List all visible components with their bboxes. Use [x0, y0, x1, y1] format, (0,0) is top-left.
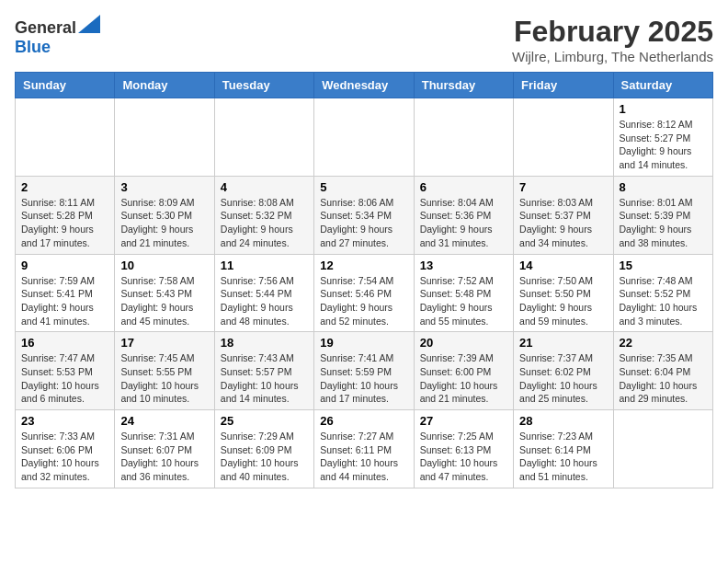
calendar-cell: 19Sunrise: 7:41 AMSunset: 5:59 PMDayligh… — [314, 332, 414, 410]
day-number: 14 — [519, 259, 607, 272]
weekday-header-thursday: Thursday — [414, 73, 513, 98]
day-info: Sunrise: 8:01 AMSunset: 5:39 PMDaylight:… — [620, 196, 707, 250]
day-info: Sunrise: 7:25 AMSunset: 6:13 PMDaylight:… — [420, 430, 507, 484]
day-info: Sunrise: 7:50 AMSunset: 5:50 PMDaylight:… — [519, 274, 607, 328]
day-number: 13 — [420, 259, 507, 272]
day-number: 8 — [620, 180, 707, 194]
weekday-header-friday: Friday — [514, 73, 613, 98]
calendar-cell: 18Sunrise: 7:43 AMSunset: 5:57 PMDayligh… — [214, 332, 313, 410]
day-info: Sunrise: 7:52 AMSunset: 5:48 PMDaylight:… — [420, 274, 507, 328]
day-info: Sunrise: 7:37 AMSunset: 6:02 PMDaylight:… — [519, 351, 607, 406]
weekday-header-tuesday: Tuesday — [214, 73, 313, 98]
day-info: Sunrise: 7:48 AMSunset: 5:52 PMDaylight:… — [620, 274, 707, 328]
calendar-cell: 14Sunrise: 7:50 AMSunset: 5:50 PMDayligh… — [514, 254, 613, 332]
calendar-cell: 17Sunrise: 7:45 AMSunset: 5:55 PMDayligh… — [115, 332, 214, 410]
day-info: Sunrise: 7:31 AMSunset: 6:07 PMDaylight:… — [120, 430, 208, 484]
day-number: 10 — [120, 259, 208, 272]
day-info: Sunrise: 7:23 AMSunset: 6:14 PMDaylight:… — [519, 430, 607, 484]
day-number: 7 — [519, 180, 607, 194]
day-number: 9 — [21, 259, 108, 272]
day-info: Sunrise: 7:33 AMSunset: 6:06 PMDaylight:… — [21, 430, 108, 484]
calendar-cell: 15Sunrise: 7:48 AMSunset: 5:52 PMDayligh… — [613, 254, 712, 332]
week-row-1: 2Sunrise: 8:11 AMSunset: 5:28 PMDaylight… — [16, 176, 713, 254]
day-number: 1 — [620, 102, 707, 116]
day-info: Sunrise: 8:09 AMSunset: 5:30 PMDaylight:… — [120, 196, 208, 250]
calendar-cell: 20Sunrise: 7:39 AMSunset: 6:00 PMDayligh… — [414, 332, 513, 410]
day-info: Sunrise: 7:54 AMSunset: 5:46 PMDaylight:… — [320, 274, 407, 328]
logo: General Blue — [15, 15, 100, 57]
day-info: Sunrise: 7:45 AMSunset: 5:55 PMDaylight:… — [120, 351, 208, 406]
day-info: Sunrise: 7:29 AMSunset: 6:09 PMDaylight:… — [221, 430, 308, 484]
weekday-header-wednesday: Wednesday — [314, 73, 414, 98]
day-number: 27 — [420, 414, 507, 428]
day-info: Sunrise: 7:39 AMSunset: 6:00 PMDaylight:… — [420, 351, 507, 406]
calendar: SundayMondayTuesdayWednesdayThursdayFrid… — [15, 72, 713, 488]
calendar-cell: 24Sunrise: 7:31 AMSunset: 6:07 PMDayligh… — [115, 410, 214, 488]
day-number: 15 — [620, 259, 707, 272]
calendar-cell: 6Sunrise: 8:04 AMSunset: 5:36 PMDaylight… — [414, 176, 513, 254]
day-info: Sunrise: 7:43 AMSunset: 5:57 PMDaylight:… — [221, 351, 308, 406]
weekday-header-row: SundayMondayTuesdayWednesdayThursdayFrid… — [16, 73, 713, 98]
day-number: 26 — [320, 414, 407, 428]
week-row-3: 16Sunrise: 7:47 AMSunset: 5:53 PMDayligh… — [16, 332, 713, 410]
calendar-cell: 25Sunrise: 7:29 AMSunset: 6:09 PMDayligh… — [214, 410, 313, 488]
calendar-cell: 16Sunrise: 7:47 AMSunset: 5:53 PMDayligh… — [16, 332, 115, 410]
calendar-cell: 28Sunrise: 7:23 AMSunset: 6:14 PMDayligh… — [514, 410, 613, 488]
day-number: 11 — [221, 259, 308, 272]
calendar-cell — [314, 98, 414, 177]
calendar-cell: 3Sunrise: 8:09 AMSunset: 5:30 PMDaylight… — [115, 176, 214, 254]
calendar-cell: 9Sunrise: 7:59 AMSunset: 5:41 PMDaylight… — [16, 254, 115, 332]
weekday-header-saturday: Saturday — [613, 73, 712, 98]
day-number: 16 — [21, 336, 108, 350]
week-row-2: 9Sunrise: 7:59 AMSunset: 5:41 PMDaylight… — [16, 254, 713, 332]
day-number: 19 — [320, 336, 407, 350]
calendar-cell: 11Sunrise: 7:56 AMSunset: 5:44 PMDayligh… — [214, 254, 313, 332]
calendar-cell: 10Sunrise: 7:58 AMSunset: 5:43 PMDayligh… — [115, 254, 214, 332]
calendar-cell: 21Sunrise: 7:37 AMSunset: 6:02 PMDayligh… — [514, 332, 613, 410]
day-info: Sunrise: 8:12 AMSunset: 5:27 PMDaylight:… — [620, 118, 707, 172]
logo-blue-text: Blue — [15, 38, 51, 57]
calendar-cell — [214, 98, 313, 177]
day-number: 4 — [221, 180, 308, 194]
calendar-cell — [115, 98, 214, 177]
header: General Blue February 2025 Wijlre, Limbu… — [15, 15, 713, 64]
day-number: 21 — [519, 336, 607, 350]
day-info: Sunrise: 7:41 AMSunset: 5:59 PMDaylight:… — [320, 351, 407, 406]
day-number: 2 — [21, 180, 108, 194]
day-number: 22 — [620, 336, 707, 350]
day-number: 3 — [120, 180, 208, 194]
day-info: Sunrise: 7:27 AMSunset: 6:11 PMDaylight:… — [320, 430, 407, 484]
logo-icon — [78, 15, 100, 33]
week-row-4: 23Sunrise: 7:33 AMSunset: 6:06 PMDayligh… — [16, 410, 713, 488]
month-title: February 2025 — [512, 15, 713, 49]
title-area: February 2025 Wijlre, Limburg, The Nethe… — [512, 15, 713, 64]
day-number: 28 — [519, 414, 607, 428]
calendar-cell — [414, 98, 513, 177]
week-row-0: 1Sunrise: 8:12 AMSunset: 5:27 PMDaylight… — [16, 98, 713, 177]
day-number: 17 — [120, 336, 208, 350]
calendar-cell: 27Sunrise: 7:25 AMSunset: 6:13 PMDayligh… — [414, 410, 513, 488]
day-info: Sunrise: 8:11 AMSunset: 5:28 PMDaylight:… — [21, 196, 108, 250]
calendar-cell: 23Sunrise: 7:33 AMSunset: 6:06 PMDayligh… — [16, 410, 115, 488]
calendar-cell: 1Sunrise: 8:12 AMSunset: 5:27 PMDaylight… — [613, 98, 712, 177]
calendar-cell: 4Sunrise: 8:08 AMSunset: 5:32 PMDaylight… — [214, 176, 313, 254]
calendar-cell: 12Sunrise: 7:54 AMSunset: 5:46 PMDayligh… — [314, 254, 414, 332]
calendar-cell: 8Sunrise: 8:01 AMSunset: 5:39 PMDaylight… — [613, 176, 712, 254]
day-number: 18 — [221, 336, 308, 350]
calendar-cell: 22Sunrise: 7:35 AMSunset: 6:04 PMDayligh… — [613, 332, 712, 410]
day-number: 5 — [320, 180, 407, 194]
day-number: 23 — [21, 414, 108, 428]
calendar-cell: 13Sunrise: 7:52 AMSunset: 5:48 PMDayligh… — [414, 254, 513, 332]
day-number: 6 — [420, 180, 507, 194]
svg-marker-0 — [78, 15, 100, 33]
day-info: Sunrise: 7:58 AMSunset: 5:43 PMDaylight:… — [120, 274, 208, 328]
day-number: 20 — [420, 336, 507, 350]
location-title: Wijlre, Limburg, The Netherlands — [512, 49, 713, 64]
day-info: Sunrise: 7:59 AMSunset: 5:41 PMDaylight:… — [21, 274, 108, 328]
logo-general-text: General — [15, 18, 76, 38]
day-number: 12 — [320, 259, 407, 272]
day-info: Sunrise: 8:04 AMSunset: 5:36 PMDaylight:… — [420, 196, 507, 250]
weekday-header-monday: Monday — [115, 73, 214, 98]
calendar-cell — [613, 410, 712, 488]
calendar-cell: 5Sunrise: 8:06 AMSunset: 5:34 PMDaylight… — [314, 176, 414, 254]
